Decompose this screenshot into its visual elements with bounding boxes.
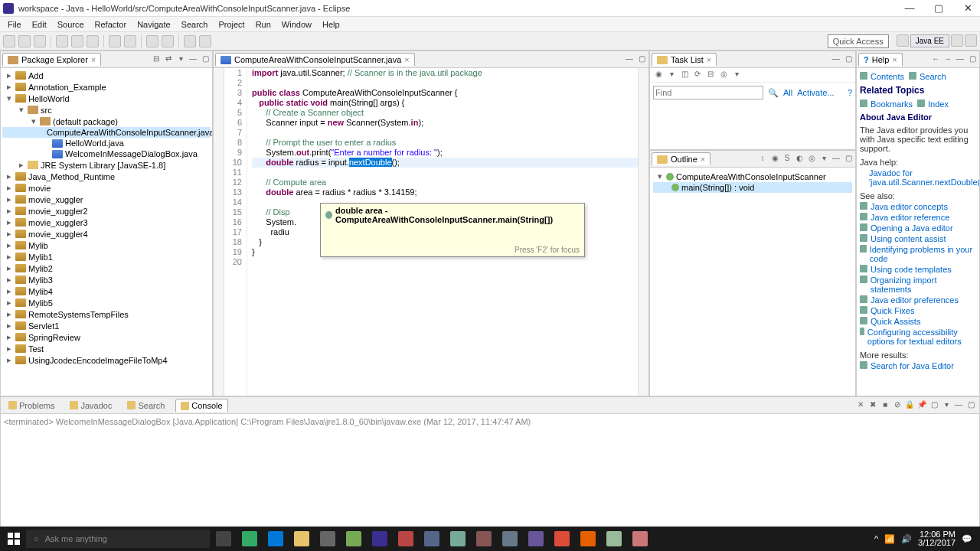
- package-explorer-tab[interactable]: Package Explorer ×: [2, 53, 101, 66]
- pin-icon[interactable]: 📌: [916, 400, 927, 411]
- close-button[interactable]: ✕: [959, 2, 977, 14]
- back-icon[interactable]: [184, 35, 196, 47]
- app-icon[interactable]: [420, 528, 444, 549]
- hide-static-icon[interactable]: S: [782, 154, 792, 165]
- tree-item[interactable]: ▸Mylib1: [2, 251, 211, 262]
- tree-item[interactable]: ▸Mylib4: [2, 285, 211, 297]
- menu-run[interactable]: Run: [251, 18, 276, 31]
- minimize-icon[interactable]: —: [831, 54, 841, 65]
- tree-item[interactable]: ▾src: [2, 104, 211, 116]
- tree-item[interactable]: HelloWorld.java: [2, 138, 211, 148]
- app-icon[interactable]: [472, 528, 496, 549]
- tree-item[interactable]: ▸RemoteSystemsTempFiles: [2, 308, 211, 320]
- tree-item[interactable]: ▸movie_xuggler: [2, 194, 211, 205]
- close-icon[interactable]: ×: [701, 155, 705, 164]
- sync-icon[interactable]: ⟳: [692, 70, 703, 80]
- task-list-tab[interactable]: Task List ×: [652, 53, 717, 66]
- open-perspective-icon[interactable]: [897, 34, 909, 47]
- forward-icon[interactable]: →: [942, 54, 953, 65]
- tree-item[interactable]: ▸Test: [2, 343, 211, 354]
- maximize-button[interactable]: ▢: [929, 2, 948, 14]
- tab-problems[interactable]: Problems: [4, 399, 59, 412]
- help-link[interactable]: Quick Fixes: [860, 305, 976, 316]
- volume-icon[interactable]: 🔊: [901, 534, 912, 544]
- tree-item[interactable]: ▸Annotation_Example: [2, 81, 211, 93]
- app-icon[interactable]: [446, 528, 470, 549]
- editor-tab[interactable]: ComputeAreaWithConsoleInputScanner.java …: [215, 53, 415, 66]
- activate-link[interactable]: Activate...: [797, 88, 834, 97]
- index-link[interactable]: Index: [917, 99, 949, 109]
- scroll-lock-icon[interactable]: 🔒: [904, 400, 915, 411]
- tab-search[interactable]: Search: [122, 399, 169, 412]
- schedule-icon[interactable]: ◫: [679, 70, 690, 80]
- menu-help[interactable]: Help: [318, 18, 345, 31]
- app-icon[interactable]: [498, 528, 522, 549]
- help-link[interactable]: Opening a Java editor: [860, 223, 976, 233]
- help-icon[interactable]: ?: [848, 88, 852, 97]
- perspective-javaee[interactable]: Java EE: [910, 34, 949, 47]
- new-icon[interactable]: [3, 35, 15, 47]
- remove-icon[interactable]: ✕: [855, 400, 866, 411]
- outline-tree[interactable]: ▾ ComputeAreaWithConsoleInputScanner mai…: [650, 168, 855, 396]
- run-last-icon[interactable]: [87, 35, 99, 47]
- maximize-icon[interactable]: ▢: [967, 54, 978, 65]
- start-button[interactable]: [3, 528, 24, 549]
- javadoc-link[interactable]: Javadoc for 'java.util.Scanner.nextDoubl…: [860, 168, 976, 187]
- store-icon[interactable]: [315, 528, 340, 549]
- categorize-icon[interactable]: ▾: [666, 70, 677, 80]
- maximize-icon[interactable]: ▢: [636, 54, 647, 65]
- view-menu-icon[interactable]: ▾: [818, 154, 829, 165]
- view-menu-icon[interactable]: ▾: [731, 70, 742, 80]
- menu-source[interactable]: Source: [53, 18, 89, 31]
- help-link[interactable]: Java editor concepts: [860, 201, 976, 212]
- firefox-icon[interactable]: [576, 528, 600, 549]
- terminate-icon[interactable]: ■: [880, 400, 890, 411]
- system-tray[interactable]: ^ 📶 🔊 12:06 PM 3/12/2017 💬: [874, 530, 977, 547]
- outline-class[interactable]: ▾ ComputeAreaWithConsoleInputScanner: [653, 171, 852, 182]
- tree-item[interactable]: ▸UsingJcodecEncodeImageFileToMp4: [2, 354, 211, 366]
- app-icon[interactable]: [341, 528, 366, 549]
- tree-item[interactable]: ▸Add: [2, 70, 211, 81]
- open-console-icon[interactable]: ▾: [941, 400, 952, 411]
- notification-icon[interactable]: 💬: [962, 534, 972, 544]
- search-editor-link[interactable]: Search for Java Editor: [860, 360, 976, 371]
- outline-method[interactable]: main(String[]) : void: [653, 182, 852, 193]
- collapse-icon[interactable]: ⊟: [705, 70, 716, 80]
- tree-item[interactable]: WelcomeInMessageDialogBox.java: [2, 148, 211, 159]
- link-editor-icon[interactable]: ⇄: [163, 54, 174, 65]
- help-link[interactable]: Java editor reference: [860, 212, 976, 223]
- tree-item[interactable]: ComputeAreaWithConsoleInputScanner.java: [2, 127, 211, 138]
- search-icon[interactable]: [162, 35, 174, 47]
- hide-fields-icon[interactable]: ◉: [769, 154, 780, 165]
- console-output[interactable]: <terminated> WelcomeInMessageDialogBox […: [1, 414, 979, 530]
- focus-icon[interactable]: ◎: [806, 154, 817, 165]
- app-icon[interactable]: [602, 528, 626, 549]
- tree-item[interactable]: ▸Java_Method_Runtime: [2, 171, 211, 182]
- minimize-icon[interactable]: —: [953, 400, 964, 411]
- code-area[interactable]: import java.util.Scanner; // Scanner is …: [247, 68, 638, 396]
- menu-refactor[interactable]: Refactor: [90, 18, 132, 31]
- hide-nonpublic-icon[interactable]: ◐: [794, 154, 805, 165]
- tree-item[interactable]: ▸Mylib3: [2, 274, 211, 285]
- tree-item[interactable]: ▸Mylib2: [2, 262, 211, 274]
- tree-item[interactable]: ▾HelloWorld: [2, 93, 211, 104]
- menu-edit[interactable]: Edit: [28, 18, 51, 31]
- maximize-icon[interactable]: ▢: [200, 54, 211, 65]
- forward-icon[interactable]: [199, 35, 211, 47]
- search-link[interactable]: Search: [909, 71, 946, 82]
- minimize-icon[interactable]: —: [955, 54, 965, 65]
- open-type-icon[interactable]: [146, 35, 158, 47]
- minimize-icon[interactable]: —: [831, 154, 841, 165]
- new-task-icon[interactable]: ◉: [653, 70, 664, 80]
- overview-ruler[interactable]: [638, 68, 648, 396]
- menu-project[interactable]: Project: [214, 18, 249, 31]
- display-icon[interactable]: ▢: [929, 400, 939, 411]
- tree-item[interactable]: ▾(default package): [2, 116, 211, 127]
- bookmarks-link[interactable]: Bookmarks: [860, 99, 913, 109]
- tree-item[interactable]: ▸Servlet1: [2, 320, 211, 331]
- tree-item[interactable]: ▸SpringReview: [2, 331, 211, 343]
- help-link[interactable]: Java editor preferences: [860, 295, 976, 305]
- save-all-icon[interactable]: [34, 35, 46, 47]
- all-filter[interactable]: All: [783, 88, 792, 97]
- debug-icon[interactable]: [56, 35, 68, 47]
